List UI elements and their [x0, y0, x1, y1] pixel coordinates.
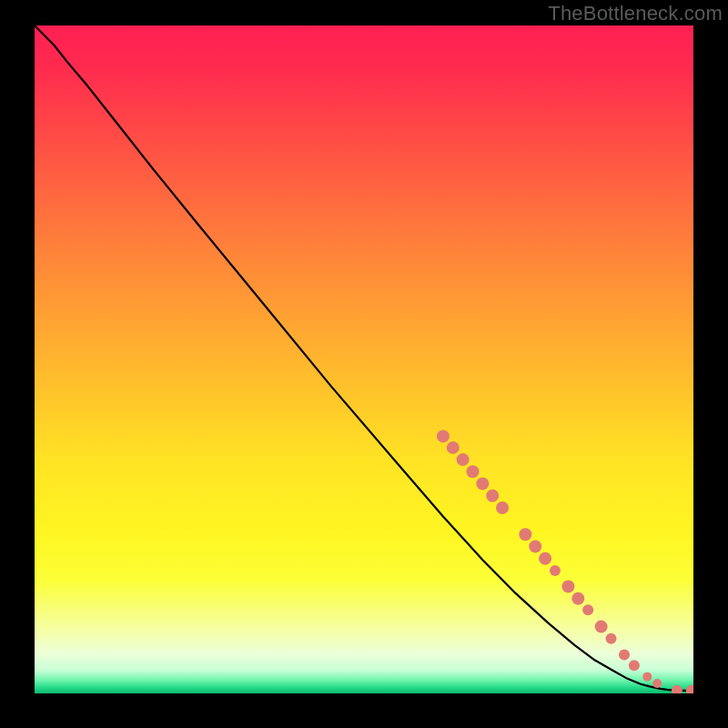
data-marker [539, 552, 551, 565]
data-marker [457, 453, 470, 466]
data-marker [642, 672, 652, 682]
data-marker [466, 465, 479, 478]
data-marker [519, 528, 531, 541]
data-marker [652, 679, 662, 688]
data-marker [571, 592, 584, 605]
gradient-background [35, 25, 693, 693]
data-marker [486, 490, 499, 502]
data-marker [437, 430, 450, 442]
data-marker [447, 441, 460, 454]
data-marker [561, 581, 574, 593]
plot-area [35, 25, 693, 693]
data-marker [476, 478, 489, 490]
watermark-text: TheBottleneck.com [548, 2, 723, 25]
data-marker [582, 604, 593, 615]
data-marker [595, 621, 608, 633]
data-marker [619, 649, 630, 660]
data-marker [496, 501, 509, 514]
data-marker [550, 565, 561, 576]
data-marker [529, 541, 541, 553]
data-marker [629, 660, 640, 671]
chart-svg [35, 25, 693, 693]
chart-frame: TheBottleneck.com [0, 0, 728, 728]
data-marker [606, 633, 617, 644]
